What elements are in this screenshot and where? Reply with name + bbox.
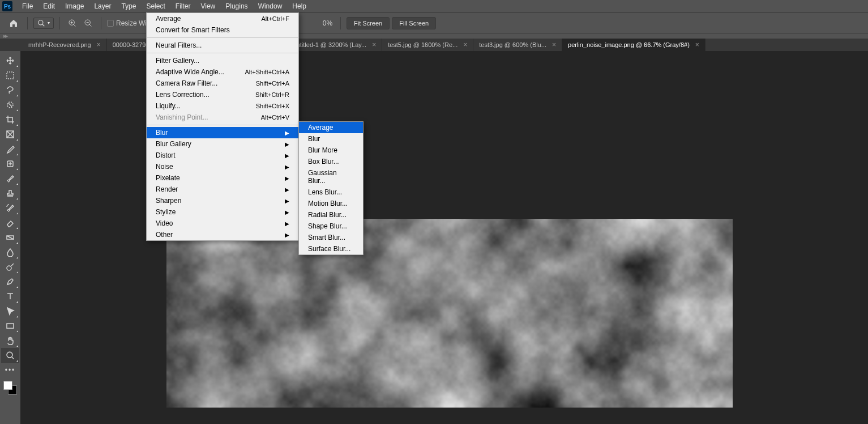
menu-item-label: Other (156, 231, 173, 239)
toolbar-toggle-icon[interactable]: ▶▶ (3, 34, 7, 39)
blur-item-motion-blur-[interactable]: Motion Blur... (299, 198, 363, 209)
shortcut-label: Shift+Ctrl+A (256, 80, 289, 87)
home-button[interactable] (6, 16, 22, 30)
tool-lasso[interactable] (1, 83, 19, 97)
fit-screen-button[interactable]: Fit Screen (347, 17, 390, 29)
history-brush-icon (6, 203, 15, 213)
blur-item-box-blur-[interactable]: Box Blur... (299, 156, 363, 167)
blur-item-blur-more[interactable]: Blur More (299, 145, 363, 156)
tab-label: test5.jpg @ 1600% (Re... (388, 41, 457, 48)
tool-type[interactable] (1, 289, 19, 304)
close-icon[interactable]: × (372, 41, 376, 49)
menu-image[interactable]: Image (60, 1, 89, 12)
menu-layer[interactable]: Layer (89, 1, 116, 12)
edit-toolbar-button[interactable]: ••• (1, 363, 19, 378)
tool-history-brush[interactable] (1, 201, 19, 215)
svg-line-3 (74, 24, 75, 26)
tool-stamp[interactable] (1, 186, 19, 201)
zoom-tool-dropdown[interactable]: ▾ (33, 18, 54, 29)
photoshop-logo: Ps (2, 1, 12, 11)
tool-crop[interactable] (1, 112, 19, 127)
tool-eraser[interactable] (1, 215, 19, 230)
document-tab[interactable]: Untitled-1 @ 3200% (Lay...× (287, 39, 382, 51)
tool-move[interactable] (1, 53, 19, 68)
submenu-arrow-icon: ▶ (285, 141, 289, 147)
filter-item-convert-for-smart-filters[interactable]: Convert for Smart Filters (147, 24, 298, 36)
menu-file[interactable]: File (17, 1, 38, 12)
fill-screen-button[interactable]: Fill Screen (392, 17, 436, 29)
tool-zoom[interactable] (1, 348, 19, 363)
close-icon[interactable]: × (695, 41, 699, 49)
filter-item-pixelate[interactable]: Pixelate▶ (147, 172, 298, 184)
menu-edit[interactable]: Edit (38, 1, 60, 12)
tab-label: perlin_noise_image.png @ 66.7% (Gray/8#) (568, 41, 690, 48)
tool-frame[interactable] (1, 127, 19, 142)
menu-item-label: Stylize (156, 208, 176, 216)
menu-item-label: Adaptive Wide Angle... (156, 68, 224, 76)
filter-item-camera-raw-filter-[interactable]: Camera Raw Filter...Shift+Ctrl+A (147, 78, 298, 89)
zoom-out-button[interactable] (82, 16, 95, 30)
tool-blur[interactable] (1, 245, 19, 260)
color-swatches[interactable] (3, 381, 17, 395)
filter-item-blur-gallery[interactable]: Blur Gallery▶ (147, 138, 298, 150)
close-icon[interactable]: × (97, 41, 101, 49)
tool-eyedropper[interactable] (1, 142, 19, 156)
tool-healing[interactable] (1, 156, 19, 171)
filter-item-blur[interactable]: Blur▶ (147, 127, 298, 138)
document-tab[interactable]: test3.jpg @ 600% (Blu...× (473, 39, 562, 51)
shortcut-label: Alt+Ctrl+F (261, 15, 289, 22)
type-icon (6, 292, 15, 301)
filter-item-stylize[interactable]: Stylize▶ (147, 206, 298, 218)
tool-brush[interactable] (1, 171, 19, 186)
tool-pen[interactable] (1, 274, 19, 289)
filter-item-video[interactable]: Video▶ (147, 218, 298, 229)
stamp-icon (6, 189, 15, 198)
zoom-in-button[interactable] (66, 16, 79, 30)
filter-item-other[interactable]: Other▶ (147, 229, 298, 240)
tool-gradient[interactable] (1, 230, 19, 245)
menu-view[interactable]: View (195, 1, 220, 12)
document-canvas[interactable] (166, 219, 733, 408)
blur-item-smart-blur-[interactable]: Smart Blur... (299, 232, 363, 243)
tool-dodge[interactable] (1, 260, 19, 274)
rectangle-icon (6, 321, 15, 330)
tool-magic-wand[interactable] (1, 97, 19, 112)
menu-select[interactable]: Select (141, 1, 170, 12)
filter-item-sharpen[interactable]: Sharpen▶ (147, 195, 298, 206)
blur-item-lens-blur-[interactable]: Lens Blur... (299, 186, 363, 198)
tool-marquee[interactable] (1, 68, 19, 83)
document-tab[interactable]: perlin_noise_image.png @ 66.7% (Gray/8#)… (562, 39, 705, 51)
tool-path-select[interactable] (1, 304, 19, 319)
blur-item-blur[interactable]: Blur (299, 133, 363, 145)
menu-help[interactable]: Help (287, 1, 311, 12)
tool-hand[interactable] (1, 333, 19, 348)
filter-item-average[interactable]: AverageAlt+Ctrl+F (147, 13, 298, 24)
blur-item-average[interactable]: Average (299, 122, 363, 133)
filter-item-neural-filters-[interactable]: Neural Filters... (147, 40, 298, 51)
filter-item-lens-correction-[interactable]: Lens Correction...Shift+Ctrl+R (147, 89, 298, 100)
menu-plugins[interactable]: Plugins (220, 1, 253, 12)
menu-filter[interactable]: Filter (170, 1, 196, 12)
blur-item-shape-blur-[interactable]: Shape Blur... (299, 221, 363, 232)
filter-item-liquify-[interactable]: Liquify...Shift+Ctrl+X (147, 100, 298, 112)
close-icon[interactable]: × (552, 41, 556, 49)
blur-item-radial-blur-[interactable]: Radial Blur... (299, 209, 363, 221)
close-icon[interactable]: × (463, 41, 467, 49)
submenu-arrow-icon: ▶ (285, 186, 289, 193)
menu-window[interactable]: Window (253, 1, 288, 12)
blur-item-gaussian-blur-[interactable]: Gaussian Blur... (299, 167, 363, 186)
filter-item-vanishing-point-: Vanishing Point...Alt+Ctrl+V (147, 112, 298, 123)
document-tab[interactable]: test5.jpg @ 1600% (Re...× (382, 39, 473, 51)
filter-item-adaptive-wide-angle-[interactable]: Adaptive Wide Angle...Alt+Shift+Ctrl+A (147, 66, 298, 78)
document-tab[interactable]: mrhhP-Recovered.png× (23, 39, 107, 51)
blur-item-surface-blur-[interactable]: Surface Blur... (299, 243, 363, 255)
filter-item-render[interactable]: Render▶ (147, 184, 298, 195)
submenu-arrow-icon: ▶ (285, 130, 289, 136)
filter-item-distort[interactable]: Distort▶ (147, 150, 298, 161)
filter-item-filter-gallery-[interactable]: Filter Gallery... (147, 55, 298, 66)
menu-type[interactable]: Type (116, 1, 141, 12)
filter-item-noise[interactable]: Noise▶ (147, 161, 298, 172)
menu-item-label: Vanishing Point... (156, 113, 208, 121)
shortcut-label: Alt+Shift+Ctrl+A (245, 69, 289, 75)
tool-rectangle[interactable] (1, 319, 19, 333)
